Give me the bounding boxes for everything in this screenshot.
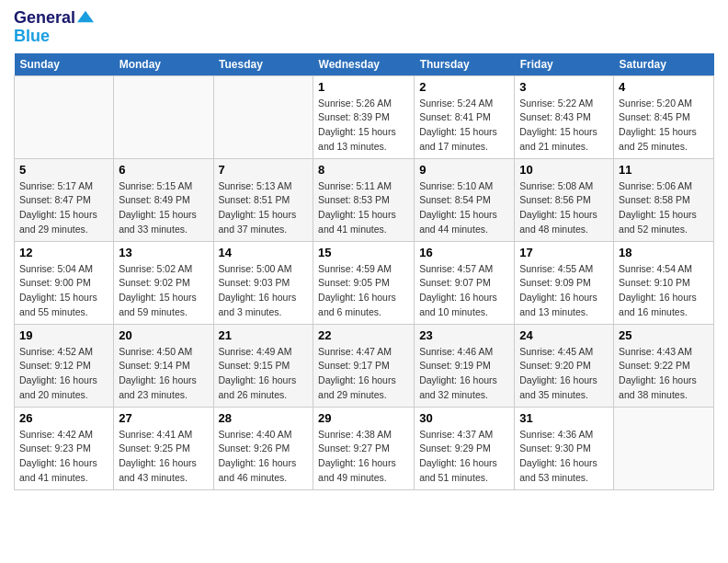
day-info: Sunrise: 5:24 AMSunset: 8:41 PMDaylight:… (419, 97, 509, 155)
day-number: 26 (19, 411, 108, 425)
calendar-cell: 22 Sunrise: 4:47 AMSunset: 9:17 PMDaylig… (313, 324, 415, 407)
day-number: 18 (619, 246, 709, 259)
day-number: 30 (419, 411, 509, 425)
day-number: 21 (219, 328, 309, 342)
weekday-header-cell: Monday (114, 53, 213, 76)
calendar-cell: 12 Sunrise: 5:04 AMSunset: 9:00 PMDaylig… (15, 241, 114, 324)
calendar-cell (114, 75, 213, 158)
calendar-cell: 4 Sunrise: 5:20 AMSunset: 8:45 PMDayligh… (614, 75, 714, 158)
day-number: 10 (519, 163, 609, 177)
calendar-cell: 15 Sunrise: 4:59 AMSunset: 9:05 PMDaylig… (313, 241, 415, 324)
calendar-cell (15, 75, 114, 158)
day-info: Sunrise: 5:00 AMSunset: 9:03 PMDaylight:… (219, 262, 309, 320)
calendar-cell: 13 Sunrise: 5:02 AMSunset: 9:02 PMDaylig… (114, 241, 213, 324)
weekday-header-cell: Saturday (614, 53, 714, 76)
day-info: Sunrise: 4:42 AMSunset: 9:23 PMDaylight:… (19, 428, 108, 486)
day-info: Sunrise: 5:04 AMSunset: 9:00 PMDaylight:… (19, 262, 108, 320)
calendar-cell: 23 Sunrise: 4:46 AMSunset: 9:19 PMDaylig… (415, 324, 515, 407)
calendar-cell (614, 407, 714, 489)
day-info: Sunrise: 5:13 AMSunset: 8:51 PMDaylight:… (219, 179, 309, 237)
calendar-cell: 31 Sunrise: 4:36 AMSunset: 9:30 PMDaylig… (515, 407, 614, 489)
weekday-header-cell: Sunday (15, 53, 114, 76)
calendar-table: SundayMondayTuesdayWednesdayThursdayFrid… (14, 53, 714, 490)
day-info: Sunrise: 4:54 AMSunset: 9:10 PMDaylight:… (619, 262, 709, 320)
calendar-cell: 14 Sunrise: 5:00 AMSunset: 9:03 PMDaylig… (213, 241, 313, 324)
calendar-week-row: 1 Sunrise: 5:26 AMSunset: 8:39 PMDayligh… (15, 75, 714, 158)
day-number: 16 (419, 246, 509, 259)
day-number: 14 (219, 246, 309, 259)
day-info: Sunrise: 5:15 AMSunset: 8:49 PMDaylight:… (119, 179, 208, 237)
day-number: 1 (318, 80, 409, 94)
calendar-cell: 5 Sunrise: 5:17 AMSunset: 8:47 PMDayligh… (15, 158, 114, 241)
day-number: 15 (318, 246, 409, 259)
calendar-cell: 16 Sunrise: 4:57 AMSunset: 9:07 PMDaylig… (415, 241, 515, 324)
day-info: Sunrise: 4:43 AMSunset: 9:22 PMDaylight:… (619, 345, 709, 403)
day-number: 12 (19, 246, 108, 259)
day-info: Sunrise: 5:10 AMSunset: 8:54 PMDaylight:… (419, 179, 509, 237)
calendar-cell: 2 Sunrise: 5:24 AMSunset: 8:41 PMDayligh… (415, 75, 515, 158)
day-info: Sunrise: 4:37 AMSunset: 9:29 PMDaylight:… (419, 428, 509, 486)
day-number: 29 (318, 411, 409, 425)
calendar-week-row: 5 Sunrise: 5:17 AMSunset: 8:47 PMDayligh… (15, 158, 714, 241)
calendar-cell: 9 Sunrise: 5:10 AMSunset: 8:54 PMDayligh… (415, 158, 515, 241)
calendar-cell: 21 Sunrise: 4:49 AMSunset: 9:15 PMDaylig… (213, 324, 313, 407)
day-number: 13 (119, 246, 208, 259)
logo-text: General (14, 9, 94, 28)
calendar-cell: 28 Sunrise: 4:40 AMSunset: 9:26 PMDaylig… (213, 407, 313, 489)
weekday-header-cell: Tuesday (213, 53, 313, 76)
day-info: Sunrise: 4:45 AMSunset: 9:20 PMDaylight:… (519, 345, 609, 403)
calendar-cell: 1 Sunrise: 5:26 AMSunset: 8:39 PMDayligh… (313, 75, 415, 158)
day-number: 24 (519, 328, 609, 342)
calendar-cell: 3 Sunrise: 5:22 AMSunset: 8:43 PMDayligh… (515, 75, 614, 158)
calendar-cell: 29 Sunrise: 4:38 AMSunset: 9:27 PMDaylig… (313, 407, 415, 489)
day-number: 7 (219, 163, 309, 177)
day-info: Sunrise: 4:36 AMSunset: 9:30 PMDaylight:… (519, 428, 609, 486)
logo-blue: Blue (14, 28, 94, 46)
day-info: Sunrise: 5:20 AMSunset: 8:45 PMDaylight:… (619, 97, 709, 155)
day-info: Sunrise: 4:49 AMSunset: 9:15 PMDaylight:… (219, 345, 309, 403)
day-info: Sunrise: 4:41 AMSunset: 9:25 PMDaylight:… (119, 428, 208, 486)
day-number: 28 (219, 411, 309, 425)
weekday-header-cell: Friday (515, 53, 614, 76)
day-number: 22 (318, 328, 409, 342)
day-number: 17 (519, 246, 609, 259)
day-info: Sunrise: 4:38 AMSunset: 9:27 PMDaylight:… (318, 428, 409, 486)
day-number: 9 (419, 163, 509, 177)
calendar-cell: 19 Sunrise: 4:52 AMSunset: 9:12 PMDaylig… (15, 324, 114, 407)
calendar-cell: 8 Sunrise: 5:11 AMSunset: 8:53 PMDayligh… (313, 158, 415, 241)
day-number: 11 (619, 163, 709, 177)
calendar-cell: 7 Sunrise: 5:13 AMSunset: 8:51 PMDayligh… (213, 158, 313, 241)
calendar-cell: 17 Sunrise: 4:55 AMSunset: 9:09 PMDaylig… (515, 241, 614, 324)
day-info: Sunrise: 4:59 AMSunset: 9:05 PMDaylight:… (318, 262, 409, 320)
day-info: Sunrise: 5:06 AMSunset: 8:58 PMDaylight:… (619, 179, 709, 237)
day-number: 27 (119, 411, 208, 425)
day-number: 2 (419, 80, 509, 94)
day-info: Sunrise: 5:02 AMSunset: 9:02 PMDaylight:… (119, 262, 208, 320)
day-info: Sunrise: 5:17 AMSunset: 8:47 PMDaylight:… (19, 179, 108, 237)
day-number: 19 (19, 328, 108, 342)
day-info: Sunrise: 5:22 AMSunset: 8:43 PMDaylight:… (519, 97, 609, 155)
day-number: 25 (619, 328, 709, 342)
calendar-cell: 25 Sunrise: 4:43 AMSunset: 9:22 PMDaylig… (614, 324, 714, 407)
day-info: Sunrise: 4:47 AMSunset: 9:17 PMDaylight:… (318, 345, 409, 403)
calendar-week-row: 26 Sunrise: 4:42 AMSunset: 9:23 PMDaylig… (15, 407, 714, 489)
day-info: Sunrise: 5:26 AMSunset: 8:39 PMDaylight:… (318, 97, 409, 155)
logo: General Blue (14, 9, 94, 46)
calendar-cell: 30 Sunrise: 4:37 AMSunset: 9:29 PMDaylig… (415, 407, 515, 489)
day-number: 3 (519, 80, 609, 94)
header: General Blue (14, 9, 714, 46)
calendar-cell: 27 Sunrise: 4:41 AMSunset: 9:25 PMDaylig… (114, 407, 213, 489)
day-number: 8 (318, 163, 409, 177)
day-number: 5 (19, 163, 108, 177)
calendar-cell: 11 Sunrise: 5:06 AMSunset: 8:58 PMDaylig… (614, 158, 714, 241)
day-number: 31 (519, 411, 609, 425)
calendar-cell: 10 Sunrise: 5:08 AMSunset: 8:56 PMDaylig… (515, 158, 614, 241)
weekday-header-cell: Thursday (415, 53, 515, 76)
day-info: Sunrise: 5:11 AMSunset: 8:53 PMDaylight:… (318, 179, 409, 237)
day-info: Sunrise: 4:50 AMSunset: 9:14 PMDaylight:… (119, 345, 208, 403)
calendar-body: 1 Sunrise: 5:26 AMSunset: 8:39 PMDayligh… (15, 75, 714, 489)
weekday-header-row: SundayMondayTuesdayWednesdayThursdayFrid… (15, 53, 714, 76)
day-number: 4 (619, 80, 709, 94)
weekday-header-cell: Wednesday (313, 53, 415, 76)
day-info: Sunrise: 4:57 AMSunset: 9:07 PMDaylight:… (419, 262, 509, 320)
